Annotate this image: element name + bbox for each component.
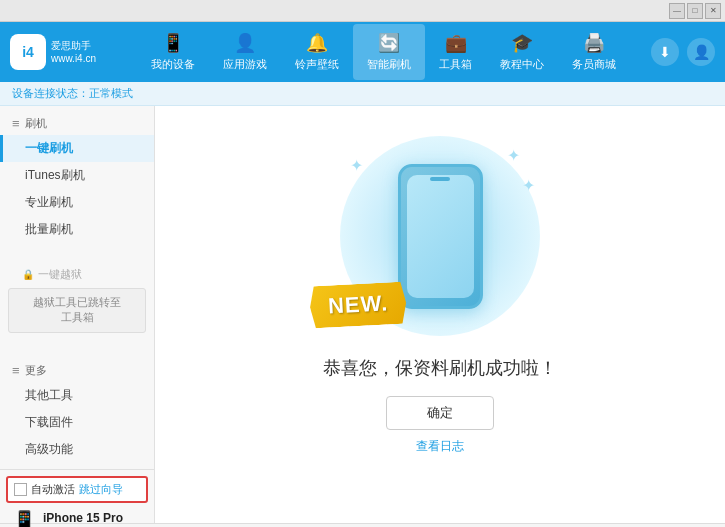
phone-glow: ✦ ✦ ✦ NEW.: [340, 136, 540, 336]
new-badge-text: NEW.: [327, 290, 388, 318]
nav-toolbox[interactable]: 💼 工具箱: [425, 24, 486, 80]
guide-button[interactable]: 跳过向导: [79, 482, 123, 497]
flash-section: ≡ 刷机 一键刷机 iTunes刷机 专业刷机 批量刷机: [0, 106, 154, 249]
logo: i4 爱思助手 www.i4.cn: [10, 34, 96, 70]
phone-screen: [407, 175, 474, 298]
logo-text: 爱思助手 www.i4.cn: [51, 39, 96, 65]
more-section-icon: ≡: [12, 363, 20, 378]
status-bar: 设备连接状态：正常模式: [0, 82, 725, 106]
user-avatar[interactable]: 👤: [687, 38, 715, 66]
sidebar-bottom: 自动激活 跳过向导 📱 iPhone 15 Pro Max 512GB iPho…: [0, 469, 154, 527]
tutorial-icon: 🎓: [511, 32, 533, 54]
ringtone-icon: 🔔: [306, 32, 328, 54]
my-device-icon: 📱: [162, 32, 184, 54]
sparkle-1: ✦: [350, 156, 363, 175]
sidebar-item-pro-flash[interactable]: 专业刷机: [0, 189, 154, 216]
status-value: 正常模式: [89, 87, 133, 99]
nav-app-game[interactable]: 👤 应用游戏: [209, 24, 281, 80]
nav-tutorial[interactable]: 🎓 教程中心: [486, 24, 558, 80]
jailbreak-section-header: 🔒 一键越狱: [0, 263, 154, 286]
logo-icon: i4: [10, 34, 46, 70]
lock-icon: 🔒: [22, 269, 34, 280]
flash-section-icon: ≡: [12, 116, 20, 131]
jailbreak-section-label: 一键越狱: [38, 267, 82, 282]
device-details: iPhone 15 Pro Max 512GB iPhone: [43, 509, 142, 527]
jailbreak-disabled-text: 越狱工具已跳转至工具箱: [33, 296, 121, 323]
device-name: iPhone 15 Pro Max: [43, 509, 142, 527]
nav-app-game-label: 应用游戏: [223, 57, 267, 72]
logo-abbr: i4: [22, 44, 34, 60]
more-section-header: ≡ 更多: [0, 359, 154, 382]
sparkle-2: ✦: [507, 146, 520, 165]
nav-tutorial-label: 教程中心: [500, 57, 544, 72]
device-info: 📱 iPhone 15 Pro Max 512GB iPhone: [6, 503, 148, 527]
toolbox-icon: 💼: [445, 32, 467, 54]
more-section-label: 更多: [25, 363, 47, 378]
nav-smart-flash[interactable]: 🔄 智能刷机: [353, 24, 425, 80]
nav-my-device-label: 我的设备: [151, 57, 195, 72]
nav-ringtone[interactable]: 🔔 铃声壁纸: [281, 24, 353, 80]
phone-notch: [430, 177, 450, 181]
nav-toolbox-label: 工具箱: [439, 57, 472, 72]
sidebar-item-one-key-flash[interactable]: 一键刷机: [0, 135, 154, 162]
flash-section-label: 刷机: [25, 116, 47, 131]
status-prefix: 设备连接状态：: [12, 87, 89, 99]
sidebar-item-download-firm[interactable]: 下载固件: [0, 409, 154, 436]
nav-ringtone-label: 铃声壁纸: [295, 57, 339, 72]
flash-section-header: ≡ 刷机: [0, 112, 154, 135]
window-title-bar: — □ ✕: [0, 0, 725, 22]
sparkle-3: ✦: [522, 176, 535, 195]
download-icon[interactable]: ⬇: [651, 38, 679, 66]
nav-bar: 📱 我的设备 👤 应用游戏 🔔 铃声壁纸 🔄 智能刷机 💼 工具箱 🎓 教程中心…: [116, 24, 651, 80]
sidebar: ≡ 刷机 一键刷机 iTunes刷机 专业刷机 批量刷机 🔒 一键越狱: [0, 106, 155, 523]
new-badge: NEW.: [309, 282, 407, 329]
more-section: ≡ 更多 其他工具 下载固件 高级功能: [0, 349, 154, 469]
auto-activate-row: 自动激活 跳过向导: [6, 476, 148, 503]
maximize-button[interactable]: □: [687, 3, 703, 19]
device-phone-icon: 📱: [12, 509, 37, 527]
sidebar-item-other-tools[interactable]: 其他工具: [0, 382, 154, 409]
success-message: 恭喜您，保资料刷机成功啦！: [323, 356, 557, 380]
phone-illustration: ✦ ✦ ✦ NEW.: [340, 136, 540, 336]
content-area: ✦ ✦ ✦ NEW. 恭喜您，保资料刷机成功啦！ 确定 查看日志: [155, 106, 725, 523]
phone-body: [398, 164, 483, 309]
sidebar-item-itunes-flash[interactable]: iTunes刷机: [0, 162, 154, 189]
close-button[interactable]: ✕: [705, 3, 721, 19]
jailbreak-disabled-notice: 越狱工具已跳转至工具箱: [8, 288, 146, 333]
main-layout: ≡ 刷机 一键刷机 iTunes刷机 专业刷机 批量刷机 🔒 一键越狱: [0, 106, 725, 523]
minimize-button[interactable]: —: [669, 3, 685, 19]
auto-activate-checkbox[interactable]: [14, 483, 27, 496]
header: i4 爱思助手 www.i4.cn 📱 我的设备 👤 应用游戏 🔔 铃声壁纸 🔄…: [0, 22, 725, 82]
jailbreak-section: 🔒 一键越狱 越狱工具已跳转至工具箱: [0, 257, 154, 341]
smart-flash-icon: 🔄: [378, 32, 400, 54]
nav-service-label: 务员商城: [572, 57, 616, 72]
log-link[interactable]: 查看日志: [416, 438, 464, 455]
sidebar-item-batch-flash[interactable]: 批量刷机: [0, 216, 154, 243]
nav-smart-flash-label: 智能刷机: [367, 57, 411, 72]
nav-service[interactable]: 🖨️ 务员商城: [558, 24, 630, 80]
sidebar-item-advanced[interactable]: 高级功能: [0, 436, 154, 463]
header-right: ⬇ 👤: [651, 38, 715, 66]
auto-activate-label: 自动激活: [31, 482, 75, 497]
nav-my-device[interactable]: 📱 我的设备: [137, 24, 209, 80]
confirm-button[interactable]: 确定: [386, 396, 494, 430]
service-icon: 🖨️: [583, 32, 605, 54]
app-game-icon: 👤: [234, 32, 256, 54]
